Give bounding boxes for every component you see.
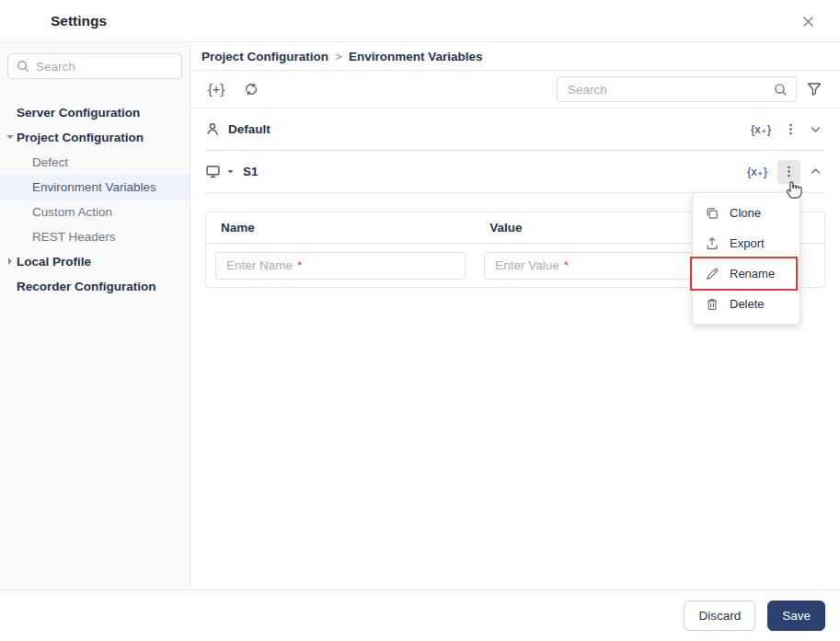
- clone-icon: [705, 206, 719, 221]
- chevron-up-icon: [809, 165, 823, 178]
- sidebar-item-environment-variables[interactable]: Environment Variables: [0, 175, 190, 200]
- menu-item-clone[interactable]: Clone: [693, 198, 800, 228]
- kebab-icon: [782, 165, 796, 178]
- environment-sets: Default {x₊}: [190, 109, 840, 589]
- variables-search-input[interactable]: [557, 76, 797, 102]
- search-icon: [773, 82, 788, 97]
- sidebar-item-defect[interactable]: Defect: [0, 150, 190, 175]
- rename-icon: [705, 267, 719, 281]
- sidebar-item-custom-action[interactable]: Custom Action: [0, 200, 190, 224]
- kebab-icon: [784, 122, 798, 136]
- collapse-section-button[interactable]: [806, 162, 825, 181]
- kebab-menu-button[interactable]: [781, 120, 800, 139]
- export-icon: [705, 236, 719, 251]
- dialog-title: Settings: [51, 13, 107, 29]
- required-asterisk: *: [564, 258, 569, 272]
- breadcrumb-project-configuration[interactable]: Project Configuration: [201, 50, 328, 63]
- section-context-menu: Clone Export Rename: [692, 192, 800, 325]
- expand-section-button[interactable]: [806, 120, 825, 139]
- monitor-icon: [205, 164, 221, 179]
- search-icon: [16, 59, 30, 74]
- settings-sidebar: Server Configuration Project Configurati…: [0, 42, 190, 589]
- breadcrumb-separator: >: [335, 50, 342, 63]
- dialog-footer: Discard Save: [0, 589, 840, 641]
- env-set-row-default: Default {x₊}: [205, 109, 825, 151]
- sidebar-item-project-configuration[interactable]: Project Configuration: [0, 125, 190, 150]
- refresh-button[interactable]: [241, 79, 261, 99]
- refresh-icon: [243, 81, 259, 97]
- filter-button[interactable]: [804, 79, 824, 99]
- dialog-header: Settings: [0, 0, 840, 42]
- add-variable-set-icon: {+}: [208, 82, 224, 97]
- add-variable-button[interactable]: {x₊}: [746, 120, 776, 139]
- chevron-down-icon: [809, 122, 823, 136]
- menu-item-export[interactable]: Export: [693, 228, 800, 258]
- settings-dialog: Settings Server Configuration Pro: [0, 0, 840, 641]
- env-set-name: S1: [243, 165, 259, 178]
- delete-icon: [705, 297, 719, 312]
- sidebar-item-recorder-configuration[interactable]: Recorder Configuration: [0, 274, 190, 299]
- add-variable-set-button[interactable]: {+}: [204, 80, 228, 98]
- toolbar: {+}: [190, 71, 840, 109]
- user-icon: [205, 121, 221, 137]
- sidebar-nav: Server Configuration Project Configurati…: [0, 100, 190, 299]
- sidebar-item-local-profile[interactable]: Local Profile: [0, 249, 190, 274]
- env-set-name: Default: [228, 122, 270, 136]
- column-header-name: Name: [206, 221, 475, 235]
- sidebar-item-rest-headers[interactable]: REST Headers: [0, 224, 190, 249]
- required-asterisk: *: [297, 258, 302, 272]
- variable-add-icon: {x₊}: [751, 122, 771, 136]
- breadcrumb-environment-variables: Environment Variables: [349, 50, 483, 63]
- menu-item-delete[interactable]: Delete: [693, 289, 800, 319]
- breadcrumb: Project Configuration > Environment Vari…: [190, 42, 840, 71]
- sidebar-item-server-configuration[interactable]: Server Configuration: [0, 100, 190, 125]
- close-button[interactable]: [799, 12, 817, 30]
- save-button[interactable]: Save: [767, 601, 825, 631]
- name-input[interactable]: Enter Name *: [215, 252, 466, 280]
- menu-item-rename[interactable]: Rename: [693, 258, 800, 289]
- caret-down-icon[interactable]: [225, 166, 236, 177]
- sidebar-search-input[interactable]: [7, 53, 182, 79]
- filter-icon: [806, 81, 823, 97]
- env-set-row-s1: S1 {x₊}: [205, 151, 825, 193]
- caret-down-icon: [5, 132, 16, 143]
- hand-cursor-icon: [785, 178, 806, 200]
- close-icon: [801, 15, 815, 29]
- add-variable-button[interactable]: {x₊}: [742, 162, 772, 181]
- caret-right-icon: [5, 256, 16, 267]
- variable-add-icon: {x₊}: [747, 165, 767, 178]
- discard-button[interactable]: Discard: [684, 601, 755, 631]
- main-panel: Project Configuration > Environment Vari…: [190, 42, 840, 589]
